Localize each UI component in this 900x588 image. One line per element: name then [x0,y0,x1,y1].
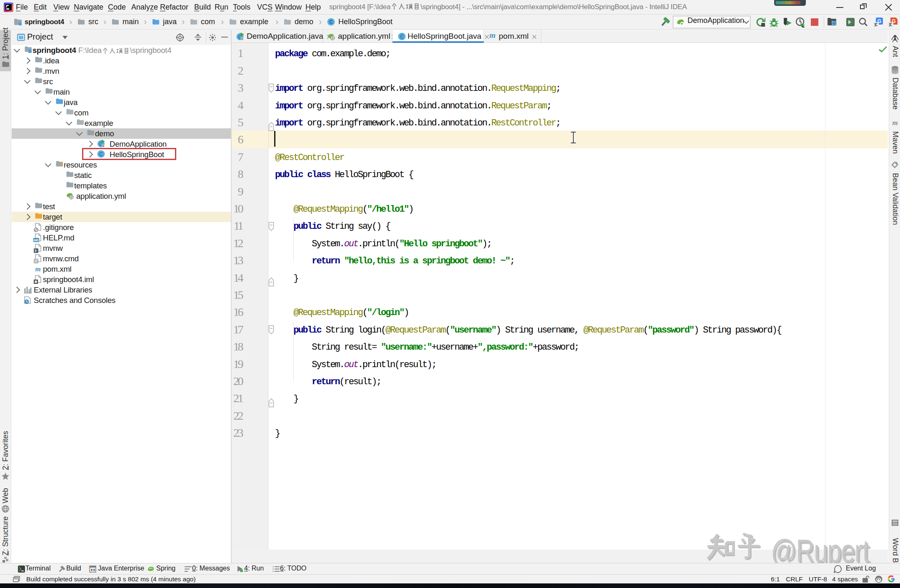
svg-text:m: m [35,265,40,273]
svg-text:m: m [892,119,898,126]
svg-text:m: m [490,31,496,40]
svg-text:C: C [329,19,333,25]
svg-text:C: C [400,34,404,40]
svg-text:MD: MD [34,238,39,242]
